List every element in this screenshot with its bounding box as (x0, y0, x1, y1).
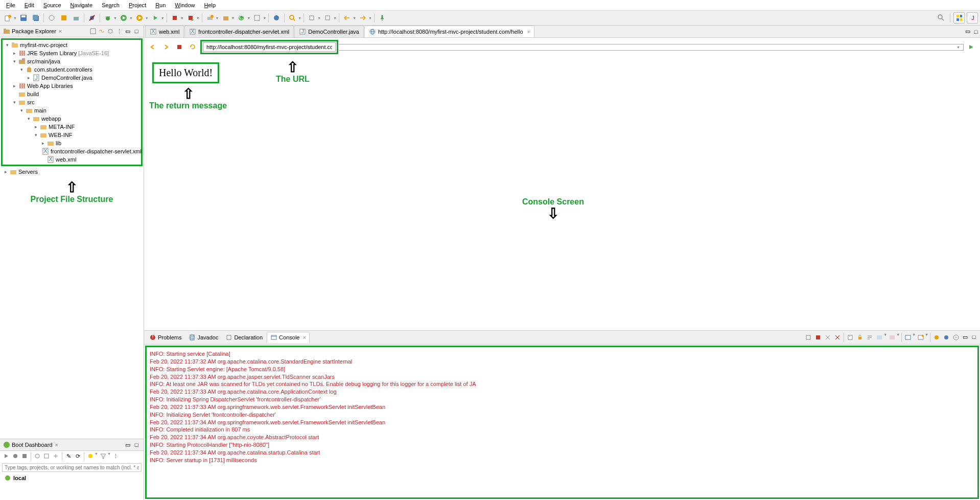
browser-stop-button[interactable] (174, 41, 185, 53)
console-max-button[interactable]: □ (970, 333, 978, 341)
tb-btn-2[interactable] (58, 12, 69, 24)
tb-btn-1[interactable] (46, 12, 57, 24)
open-perspective-button[interactable] (953, 12, 965, 24)
boot-tb-11[interactable]: ⋮ (112, 452, 120, 460)
maximize-button[interactable]: □ (132, 27, 141, 35)
tab-declaration[interactable]: Declaration (222, 332, 266, 343)
console-clear-button[interactable] (846, 333, 855, 342)
view-menu-button[interactable]: ⋮ (115, 27, 123, 35)
new-button[interactable] (2, 12, 13, 24)
boot-tb-8[interactable]: ⟳ (74, 452, 82, 460)
link-editor-button[interactable] (98, 27, 106, 35)
tree-project[interactable]: ▾myfirst-mvc-project (5, 41, 139, 49)
url-input[interactable] (203, 42, 336, 52)
console-tb-x1[interactable] (932, 333, 941, 342)
boot-filter-button[interactable] (99, 452, 107, 460)
tree-lib[interactable]: ▸lib (5, 139, 139, 147)
java-perspective-button[interactable]: J (967, 12, 978, 24)
boot-local-item[interactable]: local (0, 473, 144, 483)
browser-refresh-button[interactable] (187, 41, 198, 53)
console-output[interactable]: INFO: Starting service [Catalina]Feb 20,… (145, 346, 979, 499)
tab-browser[interactable]: http://localhost:8080/myfirst-mvc-projec… (364, 26, 535, 37)
browser-go-button[interactable] (966, 41, 977, 53)
tab-problems[interactable]: !Problems (146, 332, 184, 343)
tree-src-main-java[interactable]: ▾src/main/java (5, 57, 139, 65)
menu-help[interactable]: Help (200, 1, 220, 9)
console-remove-all-button[interactable] (833, 333, 842, 342)
boot-tb-2[interactable] (11, 452, 19, 460)
menu-project[interactable]: Project (125, 1, 150, 9)
quick-access-button[interactable] (936, 12, 947, 24)
tb-btn-3[interactable] (71, 12, 82, 24)
console-tb-1[interactable] (804, 333, 813, 342)
browser-forward-button[interactable] (160, 41, 172, 53)
tree-meta-inf[interactable]: ▸META-INF (5, 123, 139, 131)
console-pin-button[interactable] (888, 333, 897, 342)
tree-jre[interactable]: ▸JRE System Library [JavaSE-16] (5, 49, 139, 57)
run-button[interactable] (118, 12, 129, 24)
boot-tb-7[interactable]: ✎ (64, 452, 73, 460)
search-button[interactable] (287, 12, 298, 24)
boot-tb-1[interactable] (2, 452, 10, 460)
new-server-button[interactable] (204, 12, 216, 24)
tree-web-xml[interactable]: Xweb.xml (5, 155, 139, 164)
tb-btn-14[interactable] (341, 12, 353, 24)
console-tb-x2[interactable] (942, 333, 951, 342)
tab-console[interactable]: Console× (267, 332, 310, 343)
tb-btn-13[interactable] (322, 12, 333, 24)
boot-tb-4[interactable] (33, 452, 41, 460)
boot-min-button[interactable]: ▭ (124, 441, 132, 449)
new-class-button[interactable]: C (236, 12, 247, 24)
relaunch-button[interactable] (185, 12, 196, 24)
save-button[interactable] (18, 12, 29, 24)
tb-btn-15[interactable] (357, 12, 368, 24)
url-input-remainder[interactable]: ▼ (339, 44, 964, 51)
boot-filter-input[interactable] (2, 463, 142, 472)
boot-tb-5[interactable] (42, 452, 51, 460)
boot-tb-3[interactable] (20, 452, 29, 460)
tree-main[interactable]: ▾main (5, 106, 139, 115)
collapse-all-button[interactable] (89, 27, 97, 35)
boot-tb-6[interactable] (52, 452, 60, 460)
tree-demo-controller[interactable]: ▸JDemoController.java (5, 74, 139, 82)
console-remove-button[interactable] (823, 333, 832, 342)
menu-file[interactable]: File (2, 1, 19, 9)
skip-breakpoints-button[interactable] (86, 12, 98, 24)
menu-search[interactable]: Search (98, 1, 124, 9)
run-last-button[interactable] (150, 12, 161, 24)
tab-servlet-xml[interactable]: Xfrontcontroller-dispatcher-servlet.xml (184, 26, 294, 37)
new-package-button[interactable] (220, 12, 231, 24)
debug-button[interactable] (102, 12, 113, 24)
menu-edit[interactable]: Edit (20, 1, 38, 9)
stop-server-button[interactable] (169, 12, 180, 24)
editor-max-button[interactable]: □ (972, 28, 980, 36)
editor-min-button[interactable]: ▭ (964, 28, 972, 36)
menu-navigate[interactable]: Navigate (66, 1, 97, 9)
tree-webapp[interactable]: ▾webapp (5, 115, 139, 123)
tb-btn-10[interactable] (251, 12, 263, 24)
tree-servers[interactable]: ▸Servers (0, 167, 144, 176)
menu-run[interactable]: Run (151, 1, 170, 9)
menu-window[interactable]: Window (171, 1, 199, 9)
tree-package[interactable]: ▾com.student.controllers (5, 65, 139, 74)
tree-webapp-libs[interactable]: ▸Web App Libraries (5, 82, 139, 90)
minimize-button[interactable]: ▭ (124, 27, 132, 35)
open-type-button[interactable] (271, 12, 282, 24)
coverage-button[interactable] (134, 12, 145, 24)
console-terminate-button[interactable] (813, 333, 823, 342)
boot-tb-9[interactable] (86, 452, 95, 460)
tree-web-inf[interactable]: ▾WEB-INF (5, 131, 139, 139)
save-all-button[interactable] (30, 12, 41, 24)
pin-button[interactable] (377, 12, 388, 24)
focus-button[interactable] (106, 27, 114, 35)
console-scroll-lock-button[interactable] (855, 333, 865, 342)
tree-src[interactable]: ▾src (5, 98, 139, 106)
tree-servlet-xml[interactable]: Xfrontcontroller-dispatcher-servlet.xml (5, 147, 139, 155)
browser-back-button[interactable] (147, 41, 158, 53)
tree-build[interactable]: build (5, 90, 139, 98)
console-show-button[interactable] (875, 333, 884, 342)
close-icon[interactable]: × (527, 29, 530, 35)
console-open-button[interactable] (903, 333, 913, 342)
tab-javadoc[interactable]: @Javadoc (185, 332, 221, 343)
menu-source[interactable]: Source (39, 1, 65, 9)
